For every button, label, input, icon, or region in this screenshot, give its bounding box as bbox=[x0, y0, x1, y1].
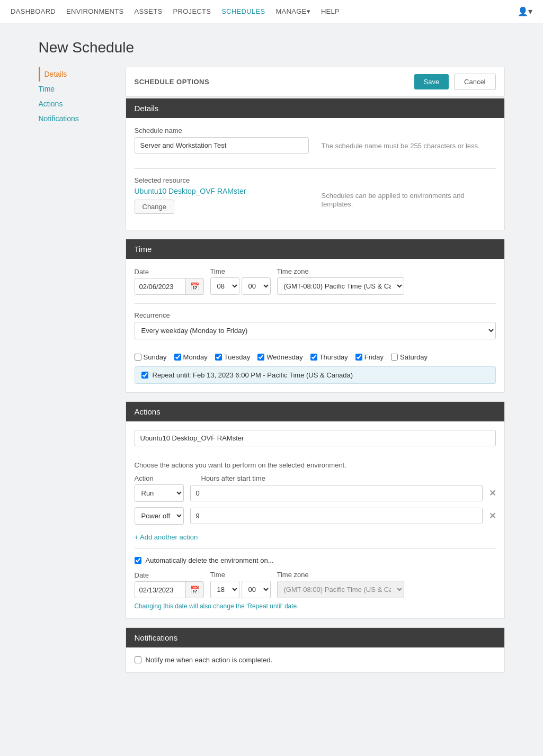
repeat-until-text: Repeat until: Feb 13, 2023 6:00 PM - Pac… bbox=[153, 371, 353, 379]
nav-assets[interactable]: ASSETS bbox=[134, 7, 162, 15]
time-label: Time bbox=[210, 267, 271, 275]
actions-section: Actions Choose the actions you want to p… bbox=[126, 401, 505, 619]
header-buttons: Save Cancel bbox=[414, 74, 496, 90]
sidebar-item-details[interactable]: Details bbox=[39, 67, 113, 82]
details-section-body: Schedule name The schedule name must be … bbox=[126, 118, 504, 230]
timezone-label: Time zone bbox=[277, 267, 404, 275]
details-section-header: Details bbox=[126, 98, 504, 118]
action-header-row: Action Hours after start time bbox=[135, 474, 496, 482]
actions-section-header: Actions bbox=[126, 402, 504, 421]
recurrence-label: Recurrence bbox=[135, 311, 496, 319]
day-monday: Monday bbox=[174, 353, 208, 361]
main-content: SCHEDULE OPTIONS Save Cancel Details Sch… bbox=[126, 67, 505, 681]
remove-action-1-icon[interactable]: ✕ bbox=[489, 488, 496, 498]
navbar: DASHBOARD ENVIRONMENTS ASSETS PROJECTS S… bbox=[0, 0, 543, 23]
date-input[interactable] bbox=[135, 279, 185, 294]
time-hour-select[interactable]: 080910 bbox=[210, 277, 239, 295]
hours-col-header: Hours after start time bbox=[201, 474, 265, 482]
action-row-1: Run Power off Suspend Revert ✕ bbox=[135, 484, 496, 502]
repeat-until-checkbox[interactable] bbox=[141, 372, 148, 379]
repeat-until-row: Repeat until: Feb 13, 2023 6:00 PM - Pac… bbox=[135, 366, 496, 384]
resource-link[interactable]: Ubuntu10 Desktop_OVF RAMster bbox=[135, 187, 246, 195]
sidebar-item-actions[interactable]: Actions bbox=[39, 96, 113, 111]
add-action-link[interactable]: + Add another action bbox=[135, 533, 198, 541]
delete-date-row: Date 📅 Time 181719 bbox=[135, 571, 496, 598]
schedule-name-label: Schedule name bbox=[135, 127, 309, 134]
delete-time-hour-select[interactable]: 181719 bbox=[210, 581, 239, 598]
delete-calendar-icon[interactable]: 📅 bbox=[185, 582, 203, 598]
notifications-section-body: Notify me when each action is completed. bbox=[126, 647, 504, 672]
delete-date-label: Date bbox=[135, 571, 204, 579]
action-col-header: Action bbox=[135, 474, 193, 482]
day-sunday: Sunday bbox=[135, 353, 167, 361]
delete-date-input-wrap: 📅 bbox=[135, 581, 204, 598]
sidebar-item-time[interactable]: Time bbox=[39, 82, 113, 96]
day-thursday: Thursday bbox=[310, 353, 348, 361]
timezone-select[interactable]: (GMT-08:00) Pacific Time (US & Canada) (… bbox=[277, 277, 404, 295]
thursday-checkbox[interactable] bbox=[310, 354, 317, 361]
time-section-body: Date 📅 Time 080910 bbox=[126, 259, 504, 392]
wednesday-checkbox[interactable] bbox=[257, 354, 264, 361]
save-button[interactable]: Save bbox=[414, 74, 449, 89]
time-section: Time Date 📅 Time bbox=[126, 239, 505, 393]
action-select-1[interactable]: Run Power off Suspend Revert bbox=[135, 484, 184, 502]
nav-manage[interactable]: MANAGE▾ bbox=[275, 7, 310, 15]
sidebar: Details Time Actions Notifications bbox=[39, 67, 113, 681]
calendar-icon[interactable]: 📅 bbox=[185, 278, 203, 294]
schedule-name-hint: The schedule name must be 255 characters… bbox=[322, 142, 480, 150]
monday-checkbox[interactable] bbox=[174, 354, 181, 361]
auto-delete-checkbox[interactable] bbox=[135, 557, 141, 564]
nav-projects[interactable]: PROJECTS bbox=[173, 7, 211, 15]
notifications-section-header: Notifications bbox=[126, 628, 504, 647]
hours-input-1[interactable] bbox=[190, 485, 483, 501]
day-saturday: Saturday bbox=[391, 353, 428, 361]
sidebar-item-notifications[interactable]: Notifications bbox=[39, 111, 113, 126]
selected-resource-label: Selected resource bbox=[135, 176, 309, 184]
saturday-checkbox[interactable] bbox=[391, 354, 398, 361]
delete-timezone-select[interactable]: (GMT-08:00) Pacific Time (US & Canada) bbox=[277, 581, 404, 598]
delete-time-min-select[interactable]: 00153045 bbox=[242, 581, 271, 598]
sunday-checkbox[interactable] bbox=[135, 354, 141, 361]
schedule-name-input[interactable] bbox=[135, 137, 309, 154]
schedule-options-header: SCHEDULE OPTIONS Save Cancel bbox=[126, 67, 505, 97]
delete-hint: Changing this date will also change the … bbox=[135, 602, 496, 610]
time-min-select[interactable]: 00153045 bbox=[242, 277, 271, 295]
day-friday: Friday bbox=[355, 353, 384, 361]
notify-check-row: Notify me when each action is completed. bbox=[135, 656, 496, 664]
schedule-options-title: SCHEDULE OPTIONS bbox=[135, 78, 210, 86]
tuesday-checkbox[interactable] bbox=[215, 354, 222, 361]
action-row-2: Run Power off Suspend Revert ✕ bbox=[135, 507, 496, 525]
choose-text: Choose the actions you want to perform o… bbox=[135, 461, 496, 469]
actions-section-body: Choose the actions you want to perform o… bbox=[126, 421, 504, 618]
day-tuesday: Tuesday bbox=[215, 353, 250, 361]
notify-label: Notify me when each action is completed. bbox=[146, 656, 273, 664]
notifications-section: Notifications Notify me when each action… bbox=[126, 627, 505, 673]
delete-timezone-label: Time zone bbox=[277, 571, 404, 579]
date-input-wrap: 📅 bbox=[135, 278, 204, 295]
change-resource-button[interactable]: Change bbox=[135, 200, 175, 214]
day-wednesday: Wednesday bbox=[257, 353, 302, 361]
nav-environments[interactable]: ENVIRONMENTS bbox=[66, 7, 123, 15]
auto-delete-label: Automatically delete the environment on.… bbox=[146, 556, 274, 564]
action-select-2[interactable]: Run Power off Suspend Revert bbox=[135, 507, 184, 525]
nav-dashboard[interactable]: DASHBOARD bbox=[11, 7, 56, 15]
notify-checkbox[interactable] bbox=[135, 656, 141, 663]
page-title: New Schedule bbox=[39, 39, 505, 56]
hours-input-2[interactable] bbox=[190, 508, 483, 524]
user-menu-icon[interactable]: 👤▾ bbox=[518, 6, 532, 16]
remove-action-2-icon[interactable]: ✕ bbox=[489, 511, 496, 521]
friday-checkbox[interactable] bbox=[355, 354, 362, 361]
date-label: Date bbox=[135, 268, 204, 276]
nav-schedules[interactable]: SCHEDULES bbox=[221, 7, 265, 15]
resource-hint: Schedules can be applied to environments… bbox=[322, 192, 465, 208]
auto-delete-check: Automatically delete the environment on.… bbox=[135, 556, 496, 564]
time-section-header: Time bbox=[126, 239, 504, 259]
recurrence-select[interactable]: Every weekday (Monday to Friday) Daily W… bbox=[135, 322, 496, 339]
delete-date-input[interactable] bbox=[135, 582, 185, 598]
days-row: Sunday Monday Tuesday Wednesday bbox=[135, 353, 496, 361]
cancel-button[interactable]: Cancel bbox=[454, 74, 495, 90]
actions-env-name-input[interactable] bbox=[135, 430, 496, 446]
details-section: Details Schedule name The schedule name … bbox=[126, 98, 505, 230]
nav-help[interactable]: HELP bbox=[321, 7, 340, 15]
delete-time-label: Time bbox=[210, 571, 271, 579]
